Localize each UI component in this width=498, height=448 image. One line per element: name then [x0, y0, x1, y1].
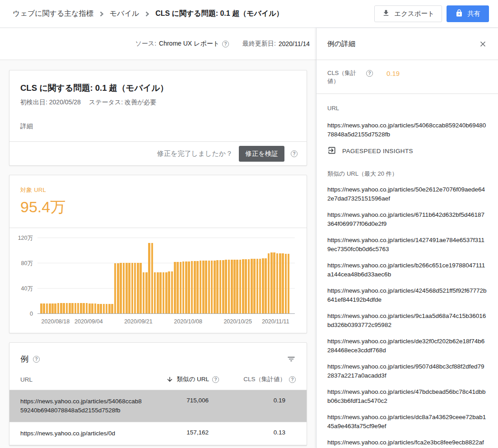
help-icon[interactable]: ?	[289, 376, 296, 383]
example-row[interactable]: https://news.yahoo.co.jp/articles/0d157,…	[9, 422, 307, 445]
chart-bar[interactable]	[117, 263, 119, 314]
chart-bar[interactable]	[216, 260, 219, 314]
chart-bar[interactable]	[111, 304, 113, 314]
chart-bar[interactable]	[69, 303, 71, 314]
help-icon[interactable]: ?	[222, 41, 229, 47]
chart-bar[interactable]	[86, 303, 88, 314]
chart-bar[interactable]	[128, 263, 130, 314]
chart-bar[interactable]	[253, 259, 256, 314]
similar-url-item[interactable]: https://news.yahoo.co.jp/articles/9507d4…	[327, 362, 487, 380]
chart-bar[interactable]	[131, 263, 134, 314]
chart-bar[interactable]	[185, 261, 187, 314]
chart-bar[interactable]	[46, 303, 48, 314]
chart-bar[interactable]	[202, 261, 205, 314]
chart-bar[interactable]	[200, 261, 202, 314]
column-header-url[interactable]: URL	[20, 376, 151, 383]
breadcrumb-item-core-web-vitals[interactable]: ウェブに関する主な指標	[13, 9, 93, 19]
chart-bar[interactable]	[288, 254, 290, 314]
chart-bar[interactable]	[279, 253, 281, 314]
chart-bar[interactable]	[239, 260, 242, 314]
breadcrumb-item-mobile[interactable]: モバイル	[110, 9, 140, 19]
chart-bar[interactable]	[123, 263, 125, 314]
chart-bar[interactable]	[180, 262, 182, 314]
similar-url-item[interactable]: https://news.yahoo.co.jp/articles/de32f0…	[327, 337, 487, 355]
chart-bar[interactable]	[191, 261, 193, 314]
chart-bar[interactable]	[268, 253, 270, 314]
chart-bar[interactable]	[205, 261, 207, 314]
chart-bar[interactable]	[214, 261, 216, 314]
chart-bar[interactable]	[77, 303, 79, 314]
close-icon[interactable]	[479, 40, 487, 48]
chart-bar[interactable]	[148, 243, 150, 314]
chart-bar[interactable]	[54, 303, 56, 314]
chart-bar[interactable]	[236, 260, 238, 314]
chart-bar[interactable]	[177, 262, 179, 314]
chart-bar[interactable]	[171, 271, 173, 314]
chart-bar[interactable]	[256, 259, 259, 314]
details-expander[interactable]: 詳細	[20, 122, 33, 131]
chart-bar[interactable]	[168, 271, 170, 314]
chart-bar[interactable]	[143, 272, 145, 314]
chart-bar[interactable]	[157, 272, 159, 314]
chart-bar[interactable]	[80, 303, 82, 314]
chart-bar[interactable]	[282, 253, 284, 314]
chart-bar[interactable]	[126, 263, 128, 314]
chart-bar[interactable]	[83, 303, 85, 314]
chart-bar[interactable]	[106, 304, 108, 314]
chart-bar[interactable]	[114, 263, 116, 314]
chart-bar[interactable]	[245, 259, 247, 314]
similar-url-item[interactable]: https://news.yahoo.co.jp/articles/50e261…	[327, 185, 487, 203]
chart-bar[interactable]	[273, 252, 275, 314]
chart-bar[interactable]	[60, 303, 62, 314]
chart-bar[interactable]	[120, 263, 122, 314]
example-row[interactable]: https://news.yahoo.co.jp/articles/54068c…	[9, 390, 307, 422]
export-button[interactable]: エクスポート	[374, 5, 442, 22]
similar-url-item[interactable]: https://news.yahoo.co.jp/articles/6711b6…	[327, 210, 487, 229]
chart-bar[interactable]	[251, 259, 253, 314]
chart-bar[interactable]	[248, 259, 250, 314]
chart-bar[interactable]	[270, 252, 273, 314]
help-icon[interactable]: ?	[33, 356, 40, 363]
chart-bar[interactable]	[219, 260, 222, 314]
chart-bar[interactable]	[97, 304, 99, 314]
similar-url-item[interactable]: https://news.yahoo.co.jp/articles/142749…	[327, 236, 487, 254]
chart-bar[interactable]	[174, 262, 176, 314]
chart-bar[interactable]	[231, 260, 233, 314]
help-icon[interactable]: ?	[366, 70, 373, 77]
chart-bar[interactable]	[211, 261, 213, 314]
chart-bar[interactable]	[265, 258, 267, 314]
similar-url-item[interactable]: https://news.yahoo.co.jp/articles/47bdcb…	[327, 387, 487, 406]
chart-bar[interactable]	[57, 303, 60, 314]
chart-bar[interactable]	[259, 259, 261, 314]
chart-bar[interactable]	[134, 263, 136, 314]
validate-fix-button[interactable]: 修正を検証	[239, 146, 284, 162]
chart-bar[interactable]	[63, 303, 65, 314]
chart-bar[interactable]	[159, 272, 162, 314]
chart-bar[interactable]	[137, 263, 139, 314]
chart-bar[interactable]	[151, 243, 154, 314]
similar-url-item[interactable]: https://news.yahoo.co.jp/articles/424568…	[327, 286, 487, 304]
column-header-similar-urls[interactable]: 類似の URL ?	[151, 375, 219, 383]
chart-bar[interactable]	[88, 303, 91, 314]
chart-bar[interactable]	[40, 303, 42, 314]
chart-bar[interactable]	[163, 272, 165, 314]
chart-bar[interactable]	[74, 303, 77, 314]
filter-icon[interactable]	[287, 355, 296, 364]
chart-bar[interactable]	[228, 260, 230, 314]
chart-bar[interactable]	[285, 254, 287, 314]
chart-bar[interactable]	[71, 303, 74, 314]
similar-url-item[interactable]: https://news.yahoo.co.jp/articles/dc8a7a…	[327, 413, 487, 431]
share-button[interactable]: 共有	[447, 5, 489, 22]
chart-bar[interactable]	[103, 304, 105, 314]
chart-bar[interactable]	[188, 261, 190, 314]
chart-bar[interactable]	[108, 304, 111, 314]
help-icon[interactable]: ?	[291, 150, 298, 157]
chart-bar[interactable]	[276, 253, 279, 314]
chart-bar[interactable]	[182, 261, 185, 314]
similar-url-item[interactable]: https://news.yahoo.co.jp/articles/b266c6…	[327, 261, 487, 279]
chart-bar[interactable]	[208, 261, 210, 314]
chart-bar[interactable]	[51, 303, 54, 314]
chart-bar[interactable]	[91, 303, 93, 314]
similar-url-item[interactable]: https://news.yahoo.co.jp/articles/9c1aa5…	[327, 312, 487, 330]
chart-bar[interactable]	[94, 303, 97, 314]
